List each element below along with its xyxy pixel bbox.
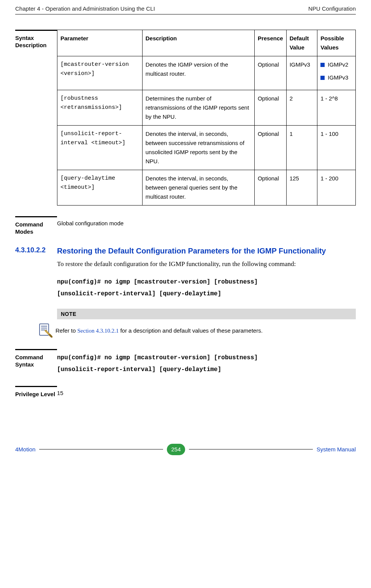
square-bullet-icon: [320, 76, 325, 80]
cell-presence: Optional: [254, 90, 286, 126]
cell-default: 1: [286, 126, 317, 170]
syntax-description-label: Syntax Description: [15, 30, 57, 49]
col-presence: Presence: [254, 30, 286, 56]
cell-desc: Denotes the interval, in seconds, betwee…: [142, 170, 254, 206]
command-line: [unsolicit-report-interval] [query-delay…: [57, 364, 356, 375]
table-row: [query-delaytime <timeout>] Denotes the …: [57, 170, 356, 206]
cell-desc: Denotes the IGMP version of the multicas…: [142, 56, 254, 90]
privilege-level-label: Privilege Level: [15, 386, 57, 398]
cell-param: [mcastrouter-version <version>]: [57, 56, 143, 90]
cell-param: [query-delaytime <timeout>]: [57, 170, 143, 206]
col-default: Default Value: [286, 30, 317, 56]
possible-value: IGMPv3: [328, 73, 348, 82]
footer-left: 4Motion: [15, 446, 35, 453]
cell-possible: IGMPv2 IGMPv3: [317, 56, 356, 90]
command-line: npu(config)# no igmp [mcastrouter-versio…: [57, 352, 356, 363]
note-label: NOTE: [57, 309, 356, 319]
footer-right: System Manual: [317, 446, 356, 453]
footer-rule: [39, 449, 163, 449]
privilege-level-value: 15: [57, 386, 356, 396]
table-header-row: Parameter Description Presence Default V…: [57, 30, 356, 56]
page-number-badge: 254: [167, 444, 185, 455]
cell-presence: Optional: [254, 170, 286, 206]
note-pre: Refer to: [55, 327, 78, 334]
cell-possible: 1 - 200: [317, 170, 356, 206]
header-rule: [15, 14, 356, 14]
cell-default: 125: [286, 170, 317, 206]
command-modes-label: Command Modes: [15, 216, 57, 236]
cell-param: [robustness <retransmissions>]: [57, 90, 143, 126]
section-body: To restore the default configuration for…: [57, 259, 356, 270]
command-syntax-value: npu(config)# no igmp [mcastrouter-versio…: [57, 349, 356, 375]
command-line: npu(config)# no igmp [mcastrouter-versio…: [57, 276, 356, 288]
header-left: Chapter 4 - Operation and Administration…: [15, 5, 155, 12]
col-possible: Possible Values: [317, 30, 356, 56]
command-modes-value: Global configuration mode: [57, 216, 356, 226]
parameter-table: Parameter Description Presence Default V…: [57, 30, 356, 206]
cell-default: IGMPv3: [286, 56, 317, 90]
section-number: 4.3.10.2.2: [15, 246, 57, 254]
section-title: Restoring the Default Configuration Para…: [57, 246, 326, 256]
col-description: Description: [142, 30, 254, 56]
command-block: npu(config)# no igmp [mcastrouter-versio…: [57, 276, 356, 300]
possible-value: IGMPv2: [328, 60, 348, 69]
page-footer: 4Motion 254 System Manual: [15, 444, 356, 463]
square-bullet-icon: [320, 63, 325, 67]
note-text: Refer to Section 4.3.10.2.1 for a descri…: [55, 327, 263, 335]
footer-rule: [189, 449, 313, 449]
cell-desc: Determines the number of retransmissions…: [142, 90, 254, 126]
page-header: Chapter 4 - Operation and Administration…: [15, 4, 356, 14]
cell-possible: 1 - 2^8: [317, 90, 356, 126]
cell-default: 2: [286, 90, 317, 126]
note-icon: [37, 322, 52, 339]
cell-presence: Optional: [254, 56, 286, 90]
table-row: [robustness <retransmissions>] Determine…: [57, 90, 356, 126]
cell-desc: Denotes the interval, in seconds, betwee…: [142, 126, 254, 170]
command-syntax-label: Command Syntax: [15, 349, 57, 368]
note-post: for a description and default values of …: [119, 327, 263, 334]
command-line: [unsolicit-report-interval] [query-delay…: [57, 288, 356, 300]
table-row: [unsolicit-report-interval <timeout>] De…: [57, 126, 356, 170]
cell-presence: Optional: [254, 126, 286, 170]
table-row: [mcastrouter-version <version>] Denotes …: [57, 56, 356, 90]
header-right: NPU Configuration: [308, 5, 356, 12]
cell-possible: 1 - 100: [317, 126, 356, 170]
cell-param: [unsolicit-report-interval <timeout>]: [57, 126, 143, 170]
list-item: IGMPv3: [320, 73, 352, 82]
note-block: NOTE Refer to Section 4.3.10.2.1 for a d…: [57, 309, 356, 339]
section-ref-link[interactable]: Section 4.3.10.2.1: [78, 328, 119, 334]
col-parameter: Parameter: [57, 30, 143, 56]
list-item: IGMPv2: [320, 60, 352, 69]
